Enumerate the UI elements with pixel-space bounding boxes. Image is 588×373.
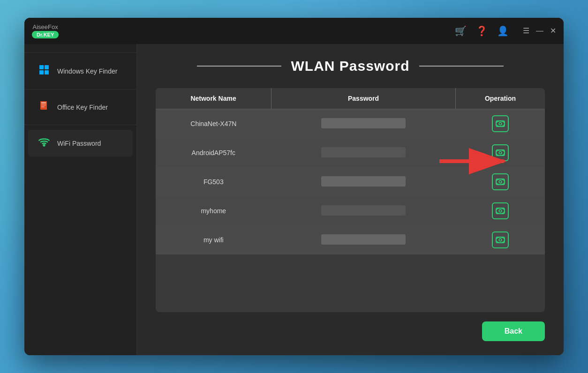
col-header-password: Password <box>271 88 456 109</box>
sidebar-item-windows-key-finder[interactable]: Windows Key Finder <box>28 58 133 84</box>
svg-point-16 <box>499 180 502 183</box>
table-row: AndroidAP57fc <box>156 138 545 167</box>
windows-key-icon <box>38 64 51 78</box>
svg-point-13 <box>499 151 502 154</box>
svg-point-18 <box>496 208 505 214</box>
wifi-icon <box>38 136 51 150</box>
operation-cell <box>456 167 545 196</box>
svg-point-21 <box>496 237 505 243</box>
network-name-cell: ChinaNet-X47N <box>156 109 271 139</box>
operation-cell <box>456 196 545 225</box>
windows-key-finder-label: Windows Key Finder <box>57 67 117 75</box>
help-icon[interactable]: ❓ <box>476 25 488 37</box>
svg-point-8 <box>44 145 45 146</box>
brand-badge: Dr.KEY <box>32 31 59 38</box>
network-name-cell: AndroidAP57fc <box>156 138 271 167</box>
operation-cell <box>456 138 545 167</box>
svg-rect-3 <box>45 70 49 75</box>
close-button[interactable]: ✕ <box>550 27 556 35</box>
password-hidden <box>321 176 406 186</box>
operation-cell <box>456 109 545 139</box>
bottom-bar: Back <box>156 312 545 341</box>
show-password-button[interactable] <box>492 173 509 190</box>
page-title: WLAN Password <box>291 58 409 74</box>
title-bar: AiseeFox Dr.KEY 🛒 ❓ 👤 ☰ — ✕ <box>24 18 564 44</box>
sidebar-item-wifi-password[interactable]: WiFi Password <box>28 130 133 157</box>
cart-icon[interactable]: 🛒 <box>455 25 467 37</box>
table-row: my wifi <box>156 225 545 254</box>
office-key-finder-label: Office Key Finder <box>57 104 108 111</box>
app-body: Windows Key Finder Office Key Finder <box>24 44 564 355</box>
svg-rect-1 <box>45 65 49 69</box>
wifi-table: Network Name Password Operation ChinaNet… <box>156 88 545 254</box>
sidebar-item-office-key-finder[interactable]: Office Key Finder <box>28 94 133 120</box>
table-row: myhome <box>156 196 545 225</box>
password-hidden <box>321 205 406 216</box>
title-bar-right: 🛒 ❓ 👤 ☰ — ✕ <box>455 25 556 37</box>
user-icon[interactable]: 👤 <box>497 25 509 37</box>
wifi-password-label: WiFi Password <box>57 140 101 147</box>
network-name-cell: myhome <box>156 196 271 225</box>
svg-rect-0 <box>39 65 44 69</box>
show-password-button[interactable] <box>492 202 509 219</box>
svg-point-9 <box>496 121 505 127</box>
svg-point-19 <box>499 209 502 212</box>
brand-section: AiseeFox Dr.KEY <box>32 24 59 38</box>
window-controls: ☰ — ✕ <box>523 27 556 35</box>
svg-point-12 <box>496 150 505 156</box>
title-line-right <box>419 66 504 67</box>
app-window: AiseeFox Dr.KEY 🛒 ❓ 👤 ☰ — ✕ <box>24 18 564 355</box>
table-row: ChinaNet-X47N <box>156 109 545 139</box>
sidebar-divider-top <box>24 52 136 53</box>
network-name-cell: my wifi <box>156 225 271 254</box>
password-cell <box>271 109 456 139</box>
operation-cell <box>456 225 545 254</box>
main-content: WLAN Password Network Name Password Oper… <box>137 44 564 355</box>
show-password-button[interactable] <box>492 144 509 161</box>
data-table-container: Network Name Password Operation ChinaNet… <box>156 88 545 312</box>
password-cell <box>271 225 456 254</box>
password-cell <box>271 138 456 167</box>
office-key-icon <box>38 101 51 113</box>
minimize-button[interactable]: — <box>536 27 543 35</box>
password-hidden <box>321 118 406 128</box>
table-row: FG503 <box>156 167 545 196</box>
sidebar-divider-2 <box>24 125 136 125</box>
network-name-cell: FG503 <box>156 167 271 196</box>
svg-point-10 <box>499 122 502 125</box>
password-cell <box>271 196 456 225</box>
col-header-network: Network Name <box>156 88 271 109</box>
svg-point-22 <box>499 239 502 241</box>
password-hidden <box>321 147 406 157</box>
svg-rect-6 <box>41 104 46 105</box>
svg-rect-2 <box>39 70 44 75</box>
menu-icon[interactable]: ☰ <box>523 27 529 35</box>
brand-name: AiseeFox <box>33 24 58 30</box>
svg-rect-7 <box>41 106 45 107</box>
show-password-button[interactable] <box>492 231 509 248</box>
sidebar: Windows Key Finder Office Key Finder <box>24 44 137 355</box>
svg-point-15 <box>496 179 505 185</box>
back-button[interactable]: Back <box>482 321 545 341</box>
show-password-button[interactable] <box>492 115 509 132</box>
password-hidden <box>321 234 406 245</box>
page-title-row: WLAN Password <box>156 58 545 74</box>
title-line-left <box>197 66 281 67</box>
table-header-row: Network Name Password Operation <box>156 88 545 109</box>
password-cell <box>271 167 456 196</box>
sidebar-divider-1 <box>24 89 136 90</box>
col-header-operation: Operation <box>456 88 545 109</box>
svg-rect-5 <box>41 102 46 104</box>
